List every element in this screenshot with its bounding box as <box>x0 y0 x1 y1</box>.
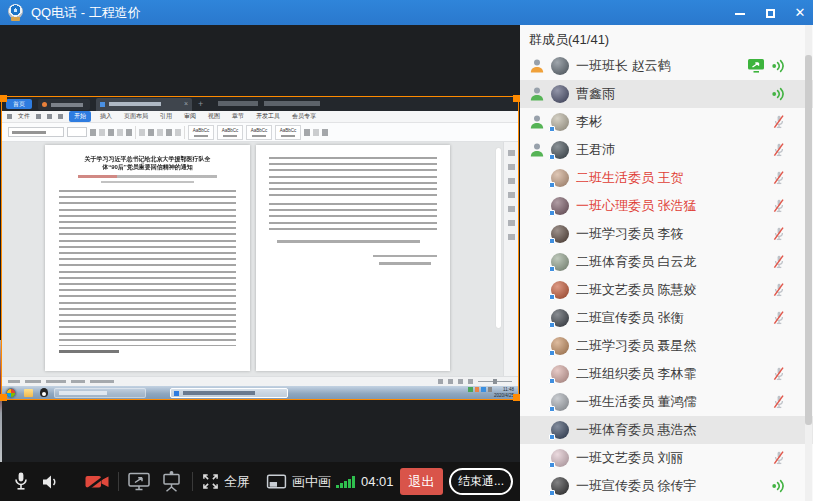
presenter-icon[interactable] <box>160 462 183 501</box>
taskbar-button-active[interactable] <box>170 388 288 398</box>
speaker-icon[interactable] <box>40 462 60 501</box>
sidebar-tool-icon[interactable] <box>508 234 515 240</box>
bullet-list-icon[interactable] <box>139 129 145 136</box>
wps-print-icon[interactable] <box>47 114 52 119</box>
member-row[interactable]: 李彬 <box>520 108 813 136</box>
member-row[interactable]: 王君沛 <box>520 136 813 164</box>
document-scrollbar[interactable] <box>496 148 501 328</box>
scrollbar-thumb[interactable] <box>805 55 812 425</box>
end-call-button[interactable]: 结束通... <box>449 468 513 495</box>
qq-penguin-icon[interactable] <box>40 388 48 397</box>
member-row[interactable]: 二班文艺委员 陈慧姣 <box>520 276 813 304</box>
font-color-icon[interactable] <box>126 129 132 136</box>
member-row[interactable]: 曹鑫雨 <box>520 80 813 108</box>
strikethrough-icon[interactable] <box>117 129 123 136</box>
tray-icon[interactable] <box>481 387 486 392</box>
member-row[interactable]: 一班班长 赵云鹤 <box>520 52 813 80</box>
camera-off-icon[interactable] <box>84 462 111 501</box>
screen-share-icon[interactable] <box>127 462 152 501</box>
speaking-status-icon <box>771 86 787 102</box>
member-row[interactable]: 一班宣传委员 徐传宇 <box>520 472 813 500</box>
view-mode-icon[interactable] <box>468 379 473 384</box>
zoom-slider[interactable] <box>478 381 512 383</box>
select-icon[interactable] <box>322 129 328 136</box>
numbered-list-icon[interactable] <box>148 129 154 136</box>
wps-ribbon-tab[interactable]: 会员专享 <box>289 111 319 122</box>
speaking-status-icon <box>771 478 787 494</box>
font-size-select[interactable] <box>67 127 87 137</box>
wps-ribbon-tab[interactable]: 视图 <box>205 111 223 122</box>
member-row[interactable]: 一班学习委员 李筱 <box>520 220 813 248</box>
wps-document-tab[interactable]: × <box>96 98 192 111</box>
tray-icon[interactable] <box>488 387 493 392</box>
wps-ribbon-tab[interactable]: 开发工具 <box>253 111 283 122</box>
wps-new-tab-button[interactable]: + <box>198 98 203 110</box>
capture-corner-icon <box>0 95 7 102</box>
sidebar-tool-icon[interactable] <box>508 206 515 212</box>
member-row[interactable]: 一班体育委员 惠浩杰 <box>520 416 813 444</box>
members-scrollbar[interactable] <box>805 25 812 501</box>
wps-ribbon-tab[interactable]: 章节 <box>229 111 247 122</box>
bold-icon[interactable] <box>90 129 96 136</box>
underline-icon[interactable] <box>108 129 114 136</box>
sidebar-tool-icon[interactable] <box>508 164 515 170</box>
style-preset[interactable]: AaBbCc <box>246 125 272 140</box>
view-mode-icon[interactable] <box>438 379 443 384</box>
style-preset[interactable]: AaBbCc <box>217 125 243 140</box>
font-name-select[interactable] <box>8 127 64 137</box>
style-preset[interactable]: AaBbCc <box>188 125 214 140</box>
mobile-badge-icon <box>549 350 555 356</box>
find-replace-icon[interactable] <box>313 129 319 136</box>
member-row[interactable]: 一班心理委员 张浩猛 <box>520 192 813 220</box>
sidebar-tool-icon[interactable] <box>508 220 515 226</box>
maximize-button[interactable] <box>756 0 784 25</box>
windows-start-icon[interactable] <box>6 388 16 398</box>
minimize-button[interactable] <box>726 0 754 25</box>
member-row[interactable]: 二班学习委员 聂星然 <box>520 332 813 360</box>
wps-home-tab[interactable]: 首页 <box>6 99 32 109</box>
exit-button[interactable]: 退出 <box>400 468 443 495</box>
avatar <box>551 281 569 299</box>
text-tools-icon[interactable] <box>304 129 310 136</box>
member-row[interactable]: 二班体育委员 白云龙 <box>520 248 813 276</box>
sidebar-tool-icon[interactable] <box>508 192 515 198</box>
member-row[interactable]: 二班生活委员 王贺 <box>520 164 813 192</box>
taskbar-button[interactable] <box>54 388 146 398</box>
close-button[interactable]: ✕ <box>786 0 813 25</box>
fullscreen-button[interactable]: 全屏 <box>202 462 250 501</box>
member-status <box>771 192 787 220</box>
member-row[interactable]: 一班文艺委员 刘丽 <box>520 444 813 472</box>
wps-ribbon-tab-row: 文件 开始插入页面布局引用审阅视图章节开发工具会员专享 <box>2 111 518 123</box>
sidebar-tool-icon[interactable] <box>508 150 515 156</box>
tray-icon[interactable] <box>468 387 473 392</box>
member-row[interactable]: 二班组织委员 李林霏 <box>520 360 813 388</box>
pip-button[interactable]: 画中画 <box>266 462 331 501</box>
view-mode-icon[interactable] <box>458 379 463 384</box>
member-status <box>771 136 787 164</box>
wps-menu-icon[interactable] <box>7 114 12 119</box>
sidebar-tool-icon[interactable] <box>508 178 515 184</box>
wps-ribbon-tab[interactable]: 引用 <box>157 111 175 122</box>
taskbar-clock: 11:48 2020/4/25 <box>494 387 514 399</box>
wps-ribbon-tab[interactable]: 页面布局 <box>121 111 151 122</box>
member-status <box>771 220 787 248</box>
wps-file-menu[interactable]: 文件 <box>18 112 30 121</box>
microphone-icon[interactable] <box>11 462 31 501</box>
wps-ribbon-tab[interactable]: 插入 <box>97 111 115 122</box>
explorer-icon[interactable] <box>24 389 33 397</box>
wps-undo-icon[interactable] <box>58 114 63 119</box>
wps-ribbon-tab[interactable]: 开始 <box>69 111 91 122</box>
style-preset[interactable]: AaBbCc <box>275 125 301 140</box>
wps-save-icon[interactable] <box>36 114 41 119</box>
wps-store-tab[interactable] <box>38 99 90 110</box>
align-left-icon[interactable] <box>157 129 163 136</box>
tray-icon[interactable] <box>475 387 480 392</box>
italic-icon[interactable] <box>99 129 105 136</box>
wps-ribbon-tab[interactable]: 审阅 <box>181 111 199 122</box>
member-row[interactable]: 二班宣传委员 张衡 <box>520 304 813 332</box>
member-name: 二班学习委员 聂星然 <box>576 332 697 360</box>
line-spacing-icon[interactable] <box>175 129 181 136</box>
align-center-icon[interactable] <box>166 129 172 136</box>
member-row[interactable]: 一班生活委员 董鸿儒 <box>520 388 813 416</box>
view-mode-icon[interactable] <box>448 379 453 384</box>
